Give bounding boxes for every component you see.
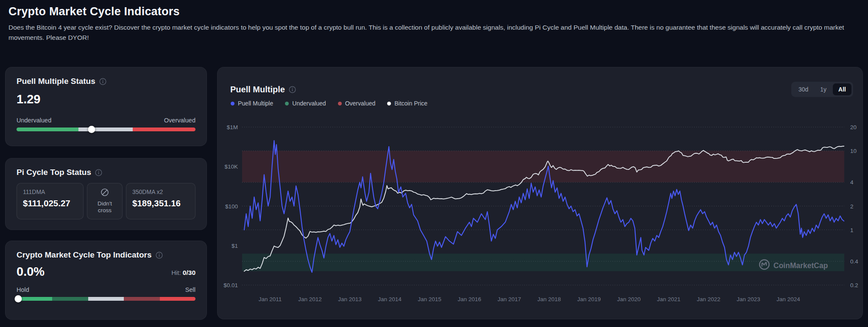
cycle-top-indicators-card: Crypto Market Cycle Top Indicators 0.0% … [5, 241, 207, 320]
x-axis-tick: Jan 2013 [338, 296, 362, 302]
gauge-segment [52, 297, 88, 301]
info-icon[interactable] [156, 252, 163, 259]
puell-multiple-chart-card: 20104210.40.2$1M$10K$100$1$0.01Jan 2011J… [217, 67, 863, 319]
x-axis-tick: Jan 2016 [458, 296, 481, 302]
info-icon[interactable] [99, 78, 106, 85]
y-axis-left-tick: $100 [225, 203, 238, 210]
crypto-market-cycle-page: Crypto Market Cycle Indicators Does the … [0, 0, 868, 327]
x-axis-tick: Jan 2020 [617, 296, 641, 302]
x-axis-tick: Jan 2018 [537, 296, 561, 302]
card-title: Pi Cycle Top Status [17, 168, 91, 177]
puell-status-value: 1.29 [17, 92, 195, 106]
y-axis-right-tick: 0.4 [850, 258, 858, 265]
slider-right-label: Sell [185, 286, 195, 293]
gauge-segment [160, 297, 195, 301]
legend-label: Overvalued [345, 100, 376, 107]
info-icon[interactable] [95, 169, 102, 176]
legend-item[interactable]: Overvalued [338, 100, 376, 107]
slider-left-label: Hold [17, 286, 29, 293]
legend-item[interactable]: Bitcoin Price [387, 100, 427, 107]
y-axis-right-tick: 10 [850, 148, 857, 154]
range-button-30d[interactable]: 30d [793, 83, 814, 95]
page-header: Crypto Market Cycle Indicators Does the … [8, 5, 860, 43]
x-axis-tick: Jan 2024 [776, 296, 800, 302]
card-title: Crypto Market Cycle Top Indicators [17, 250, 152, 260]
watermark-text: CoinMarketCap [773, 261, 828, 270]
puell-status-gauge[interactable] [17, 127, 195, 131]
puell-multiple-status-card: Puell Multiple Status 1.29 Undervalued O… [5, 67, 207, 146]
legend-dot-icon [338, 102, 342, 105]
x-axis-tick: Jan 2017 [497, 296, 521, 302]
dma-350x2-box: 350DMA x2 $189,351.16 [126, 183, 195, 219]
y-axis-left-tick: $0.01 [223, 282, 238, 288]
pi-cycle-top-status-card: Pi Cycle Top Status 111DMA $111,025.27 D… [5, 158, 207, 230]
legend-dot-icon [231, 102, 234, 105]
x-axis-tick: Jan 2012 [298, 296, 322, 302]
hit-label: Hit: [171, 269, 181, 276]
coinmarketcap-logo-icon [759, 259, 770, 272]
y-axis-left-tick: $1M [227, 124, 238, 130]
slider-left-label: Undervalued [17, 117, 51, 124]
dma-350x2-value: $189,351.16 [132, 198, 189, 208]
legend-item[interactable]: Puell Multiple [231, 100, 273, 107]
x-axis-tick: Jan 2023 [737, 296, 760, 302]
gauge-knob[interactable] [88, 126, 95, 133]
legend-dot-icon [285, 102, 289, 105]
dma-350x2-label: 350DMA x2 [132, 188, 189, 195]
y-axis-left-tick: $1 [232, 243, 238, 249]
chart-title: Puell Multiple [230, 85, 285, 94]
coinmarketcap-watermark: CoinMarketCap [759, 259, 828, 272]
legend-dot-icon [387, 102, 391, 105]
legend-label: Undervalued [292, 100, 326, 107]
x-axis-tick: Jan 2021 [657, 296, 681, 302]
x-axis-tick: Jan 2014 [378, 296, 402, 302]
gauge-segment [78, 127, 133, 131]
range-button-1y[interactable]: 1y [815, 83, 832, 95]
range-button-all[interactable]: All [833, 83, 851, 95]
cross-status-text: Didn't cross [93, 200, 116, 215]
y-axis-left-tick: $10K [224, 164, 238, 170]
card-title: Puell Multiple Status [17, 77, 95, 86]
y-axis-right-tick: 20 [850, 124, 857, 130]
legend-label: Bitcoin Price [394, 100, 427, 107]
y-axis-right-tick: 0.2 [850, 282, 858, 288]
band-overvalued [242, 151, 844, 182]
gauge-knob[interactable] [15, 295, 22, 302]
gauge-segment [88, 297, 124, 301]
x-axis-tick: Jan 2011 [259, 296, 282, 302]
y-axis-right-tick: 4 [850, 179, 854, 186]
x-axis-tick: Jan 2022 [697, 296, 720, 302]
y-axis-right-tick: 2 [850, 203, 854, 210]
slider-right-label: Overvalued [164, 117, 195, 124]
gauge-segment [133, 127, 195, 131]
gauge-segment [17, 127, 78, 131]
x-axis-tick: Jan 2015 [418, 296, 441, 302]
band-undervalued [242, 254, 844, 271]
chart-legend: Puell MultipleUndervaluedOvervaluedBitco… [231, 100, 427, 107]
top-indicators-value: 0.0% [17, 265, 45, 279]
cross-status-box: Didn't cross [87, 183, 123, 219]
dma-111-value: $111,025.27 [23, 198, 77, 208]
gauge-segment [124, 297, 159, 301]
info-icon[interactable] [289, 86, 296, 93]
page-description: Does the Bitcoin 4 year cycle exist? Dis… [8, 22, 860, 43]
page-title: Crypto Market Cycle Indicators [8, 5, 860, 18]
y-axis-right-tick: 1 [850, 227, 854, 233]
time-range-selector: 30d1yAll [791, 82, 853, 97]
hit-counter: Hit: 0/30 [171, 269, 195, 279]
no-cross-icon [100, 188, 109, 199]
cycle-top-gauge[interactable] [17, 297, 195, 301]
dma-111-box: 111DMA $111,025.27 [17, 183, 84, 219]
legend-item[interactable]: Undervalued [285, 100, 326, 107]
dma-111-label: 111DMA [23, 188, 77, 195]
x-axis-tick: Jan 2019 [577, 296, 601, 302]
hit-value: 0/30 [183, 269, 195, 276]
legend-label: Puell Multiple [238, 100, 273, 107]
